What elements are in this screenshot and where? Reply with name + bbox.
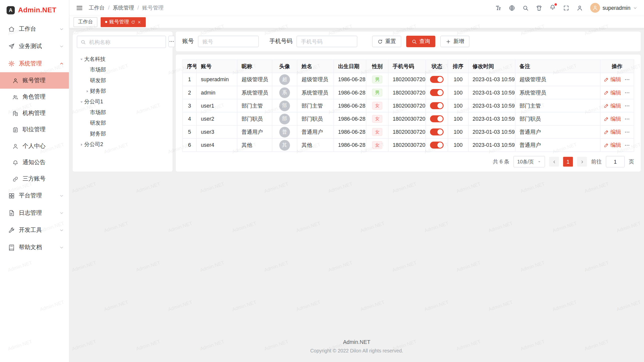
tree-node-4[interactable]: 分公司1 xyxy=(77,97,168,107)
cell-phone: 18020030720 xyxy=(388,139,426,152)
status-toggle[interactable] xyxy=(430,102,444,109)
more-actions-button[interactable] xyxy=(624,142,630,148)
column-header-1: 账号 xyxy=(196,60,237,73)
status-toggle[interactable] xyxy=(430,76,444,83)
sidebar-item-notice-announcement[interactable]: 通知公告 xyxy=(0,154,69,171)
tree-node-3[interactable]: 财务部 xyxy=(77,86,168,96)
cell-sort: 100 xyxy=(448,99,468,112)
refresh-tab-icon[interactable] xyxy=(131,20,135,24)
tree-node-1[interactable]: 市场部 xyxy=(77,64,168,75)
sidebar-item-third-party-account[interactable]: 三方账号 xyxy=(0,171,69,187)
profile-icon[interactable] xyxy=(577,5,583,11)
edit-button[interactable]: 编辑 xyxy=(604,102,621,109)
edit-button[interactable]: 编辑 xyxy=(604,115,621,122)
sidebar-item-platform-management[interactable]: 平台管理 xyxy=(0,187,69,204)
add-button[interactable]: 新增 xyxy=(440,36,469,47)
edit-button[interactable]: 编辑 xyxy=(604,141,621,149)
cell-remark: 系统管理员 xyxy=(515,86,600,99)
user-menu[interactable]: superadmin xyxy=(590,3,637,13)
cell-avatar: 部 xyxy=(272,99,297,112)
edit-button[interactable]: 编辑 xyxy=(604,76,621,83)
more-actions-button[interactable] xyxy=(624,90,630,96)
toggle-knob xyxy=(437,129,443,134)
sidebar-item-help-docs[interactable]: 帮助文档 xyxy=(0,239,69,256)
book-icon xyxy=(8,244,15,251)
tree-node-6[interactable]: 研发部 xyxy=(77,118,168,128)
chevron-down-icon xyxy=(59,27,64,32)
breadcrumb-item-workbench[interactable]: 工作台 xyxy=(89,4,105,11)
language-icon[interactable] xyxy=(509,5,515,11)
menu-collapse-icon[interactable] xyxy=(76,4,83,11)
tree-node-0[interactable]: 大名科技 xyxy=(77,54,168,64)
sidebar-item-system-management[interactable]: 系统管理 xyxy=(0,55,69,72)
next-page-button[interactable] xyxy=(577,157,587,167)
table-row: 2admin系统管理员系系统管理员1986-06-28男180200307201… xyxy=(183,86,634,99)
org-more-button[interactable] xyxy=(168,36,175,47)
tab-workbench[interactable]: 工作台 xyxy=(73,17,97,27)
cell-nickname: 部门主管 xyxy=(237,99,272,112)
tab-account-management[interactable]: 账号管理 xyxy=(101,17,146,27)
sidebar-item-account-management[interactable]: 账号管理 xyxy=(0,72,69,88)
bell-icon xyxy=(12,159,18,165)
sidebar-item-dev-tools[interactable]: 开发工具 xyxy=(0,222,69,239)
more-actions-button[interactable] xyxy=(624,76,630,82)
cell-modified: 2023-01-03 10:59:44 xyxy=(468,125,515,139)
org-search-input[interactable] xyxy=(88,38,162,46)
account-filter-group: 账号 xyxy=(182,36,259,47)
prev-page-button[interactable] xyxy=(549,157,559,167)
footer-title: Admin.NET xyxy=(73,339,641,345)
tree-node-7[interactable]: 财务部 xyxy=(77,128,168,139)
fullscreen-icon[interactable] xyxy=(563,5,569,11)
status-toggle[interactable] xyxy=(430,128,444,135)
tree-node-2[interactable]: 研发部 xyxy=(77,75,168,86)
search-button[interactable]: 查询 xyxy=(406,36,435,47)
edit-button[interactable]: 编辑 xyxy=(604,89,621,96)
close-tab-icon[interactable] xyxy=(137,20,141,24)
breadcrumb-item-system-management[interactable]: 系统管理 xyxy=(105,4,134,11)
phone-input[interactable] xyxy=(297,36,357,47)
cell-account: user1 xyxy=(196,99,237,112)
page-size-select[interactable]: 10条/页 xyxy=(513,156,545,167)
goto-page-input[interactable] xyxy=(606,156,625,167)
sidebar-item-position-management[interactable]: 职位管理 xyxy=(0,121,69,138)
reset-button-label: 重置 xyxy=(385,38,396,45)
sidebar-item-personal-center[interactable]: 个人中心 xyxy=(0,138,69,154)
org-search-box xyxy=(77,36,166,48)
tree-node-label: 大名科技 xyxy=(84,55,106,63)
sidebar-item-workbench[interactable]: 工作台 xyxy=(0,21,69,38)
sidebar-item-label: 个人中心 xyxy=(23,143,64,150)
more-actions-button[interactable] xyxy=(624,129,630,135)
app-logo[interactable]: A Admin.NET xyxy=(0,0,69,21)
sidebar-item-label: 账号管理 xyxy=(23,77,64,84)
chevron-down-icon xyxy=(59,44,64,49)
sidebar-item-label: 日志管理 xyxy=(19,209,59,217)
cell-phone: 18020030720 xyxy=(388,73,426,86)
sidebar-item-log-management[interactable]: 日志管理 xyxy=(0,204,69,222)
edit-button[interactable]: 编辑 xyxy=(604,128,621,135)
reset-button[interactable]: 重置 xyxy=(372,36,401,47)
search-icon[interactable] xyxy=(522,5,529,11)
cell-status xyxy=(426,86,448,99)
cell-remark: 部门职员 xyxy=(515,112,600,125)
status-toggle[interactable] xyxy=(430,89,444,96)
notifications-button[interactable] xyxy=(550,4,556,12)
sidebar-item-org-management[interactable]: 机构管理 xyxy=(0,105,69,121)
status-toggle[interactable] xyxy=(430,115,444,122)
tree-node-8[interactable]: 分公司2 xyxy=(77,139,168,150)
sidebar-item-business-test[interactable]: 业务测试 xyxy=(0,38,69,55)
status-toggle[interactable] xyxy=(430,142,444,149)
more-actions-button[interactable] xyxy=(624,103,630,109)
account-input[interactable] xyxy=(198,36,259,47)
more-actions-button[interactable] xyxy=(624,116,630,122)
sidebar-item-label: 三方账号 xyxy=(23,175,64,183)
edit-button-label: 编辑 xyxy=(611,76,621,83)
page-1-button[interactable]: 1 xyxy=(563,157,573,167)
cell-sort: 100 xyxy=(448,73,468,86)
tree-node-5[interactable]: 市场部 xyxy=(77,107,168,118)
theme-icon[interactable] xyxy=(536,5,542,11)
cell-phone: 18020030720 xyxy=(388,112,426,125)
sidebar-item-role-management[interactable]: 角色管理 xyxy=(0,89,69,105)
cell-sort: 100 xyxy=(448,125,468,139)
tree-node-label: 财务部 xyxy=(90,130,106,138)
font-size-icon[interactable] xyxy=(495,5,501,11)
